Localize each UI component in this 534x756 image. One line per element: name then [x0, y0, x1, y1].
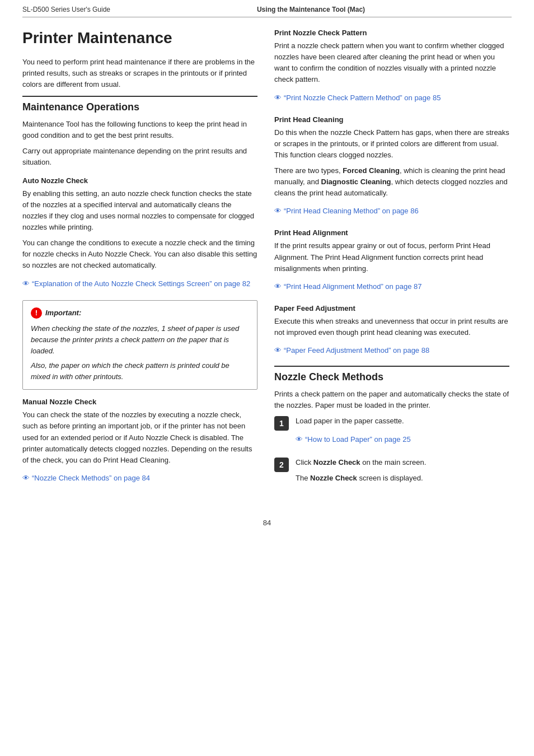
print-nozzle-link-text: “Print Nozzle Check Pattern Method” on p…	[284, 94, 441, 102]
step-2-content: Click Nozzle Check on the main screen. T…	[296, 457, 509, 488]
paper-feed-para1: Execute this when streaks and unevenness…	[274, 316, 509, 338]
important-header: ! Important:	[31, 307, 249, 319]
manual-nozzle-link-text: “Nozzle Check Methods” on page 84	[32, 474, 150, 482]
manual-nozzle-link-wrapper: 👁 “Nozzle Check Methods” on page 84	[22, 470, 257, 488]
important-box: ! Important: When checking the state of …	[22, 300, 257, 390]
ref-icon-5: 👁	[274, 282, 282, 291]
intro-para: You need to perform print head maintenan…	[22, 57, 257, 90]
left-column: Printer Maintenance You need to perform …	[22, 29, 257, 496]
step-1: 1 Load paper in the paper cassette. 👁 “H…	[274, 416, 509, 449]
important-icon: !	[31, 307, 42, 319]
important-para1: When checking the state of the nozzles, …	[31, 323, 249, 357]
step-2-number: 2	[274, 458, 289, 472]
important-para2: Also, the paper on which the check patte…	[31, 360, 249, 382]
step-2-text2: The Nozzle Check screen is displayed.	[296, 473, 509, 484]
step-2: 2 Click Nozzle Check on the main screen.…	[274, 457, 509, 488]
right-column: Print Nozzle Check Pattern Print a nozzl…	[274, 29, 509, 496]
ref-icon-7: 👁	[296, 435, 303, 444]
auto-nozzle-heading: Auto Nozzle Check	[22, 176, 257, 185]
header-left: SL-D500 Series User's Guide	[22, 6, 110, 13]
maintenance-ops-title: Maintenance Operations	[22, 96, 257, 113]
print-nozzle-para1: Print a nozzle check pattern when you wa…	[274, 40, 509, 86]
print-head-alignment-link[interactable]: 👁 “Print Head Alignment Method” on page …	[274, 282, 421, 291]
ref-icon-6: 👁	[274, 346, 282, 354]
print-nozzle-link-wrapper: 👁 “Print Nozzle Check Pattern Method” on…	[274, 90, 509, 108]
maintenance-intro: Maintenance Tool has the following funct…	[22, 119, 257, 141]
auto-nozzle-link-wrapper: 👁 “Explanation of the Auto Nozzle Check …	[22, 276, 257, 293]
top-bar: SL-D500 Series User's Guide Using the Ma…	[0, 0, 534, 17]
manual-nozzle-heading: Manual Nozzle Check	[22, 398, 257, 406]
print-head-alignment-link-wrapper: 👁 “Print Head Alignment Method” on page …	[274, 279, 509, 296]
print-nozzle-heading: Print Nozzle Check Pattern	[274, 29, 509, 37]
step-1-number: 1	[274, 416, 289, 431]
carry-out-para: Carry out appropriate maintenance depend…	[22, 146, 257, 168]
paper-feed-link[interactable]: 👁 “Paper Feed Adjustment Method” on page…	[274, 346, 429, 354]
step-1-link[interactable]: 👁 “How to Load Paper” on page 25	[296, 435, 411, 444]
print-head-cleaning-para1: Do this when the nozzle Check Pattern ha…	[274, 127, 509, 161]
page: SL-D500 Series User's Guide Using the Ma…	[0, 0, 534, 756]
paper-feed-heading: Paper Feed Adjustment	[274, 304, 509, 312]
step-2-text: Click Nozzle Check on the main screen.	[296, 457, 509, 468]
footer: 84	[0, 513, 534, 538]
print-head-cleaning-link[interactable]: 👁 “Print Head Cleaning Method” on page 8…	[274, 207, 419, 215]
page-number: 84	[263, 519, 271, 527]
auto-nozzle-para1: By enabling this setting, an auto nozzle…	[22, 188, 257, 234]
print-head-cleaning-link-text: “Print Head Cleaning Method” on page 86	[284, 207, 419, 215]
print-head-alignment-para1: If the print results appear grainy or ou…	[274, 240, 509, 274]
print-head-alignment-link-text: “Print Head Alignment Method” on page 87	[284, 282, 421, 291]
print-nozzle-link[interactable]: 👁 “Print Nozzle Check Pattern Method” on…	[274, 94, 441, 102]
ref-icon-3: 👁	[274, 94, 282, 102]
nozzle-check-intro: Prints a check pattern on the paper and …	[274, 389, 509, 411]
manual-nozzle-para1: You can check the state of the nozzles b…	[22, 409, 257, 466]
step-1-text: Load paper in the paper cassette.	[296, 416, 509, 427]
main-title: Printer Maintenance	[22, 29, 257, 48]
print-head-cleaning-para2: There are two types, Forced Cleaning, wh…	[274, 165, 509, 199]
ref-icon-2: 👁	[22, 474, 30, 482]
print-head-alignment-heading: Print Head Alignment	[274, 228, 509, 237]
auto-nozzle-link[interactable]: 👁 “Explanation of the Auto Nozzle Check …	[22, 279, 250, 288]
manual-nozzle-link[interactable]: 👁 “Nozzle Check Methods” on page 84	[22, 474, 150, 482]
paper-feed-link-text: “Paper Feed Adjustment Method” on page 8…	[284, 346, 429, 354]
paper-feed-link-wrapper: 👁 “Paper Feed Adjustment Method” on page…	[274, 343, 509, 360]
print-head-cleaning-link-wrapper: 👁 “Print Head Cleaning Method” on page 8…	[274, 203, 509, 221]
auto-nozzle-link-text: “Explanation of the Auto Nozzle Check Se…	[32, 279, 250, 288]
step-1-content: Load paper in the paper cassette. 👁 “How…	[296, 416, 509, 449]
auto-nozzle-para2: You can change the conditions to execute…	[22, 237, 257, 271]
nozzle-check-methods-title: Nozzle Check Methods	[274, 366, 509, 383]
ref-icon-1: 👁	[22, 279, 30, 288]
ref-icon-4: 👁	[274, 207, 282, 215]
header-center: Using the Maintenance Tool (Mac)	[110, 6, 512, 13]
step-1-link-text: “How to Load Paper” on page 25	[305, 435, 411, 444]
content-area: Printer Maintenance You need to perform …	[0, 17, 534, 513]
print-head-cleaning-heading: Print Head Cleaning	[274, 115, 509, 124]
important-label: Important:	[45, 309, 81, 317]
